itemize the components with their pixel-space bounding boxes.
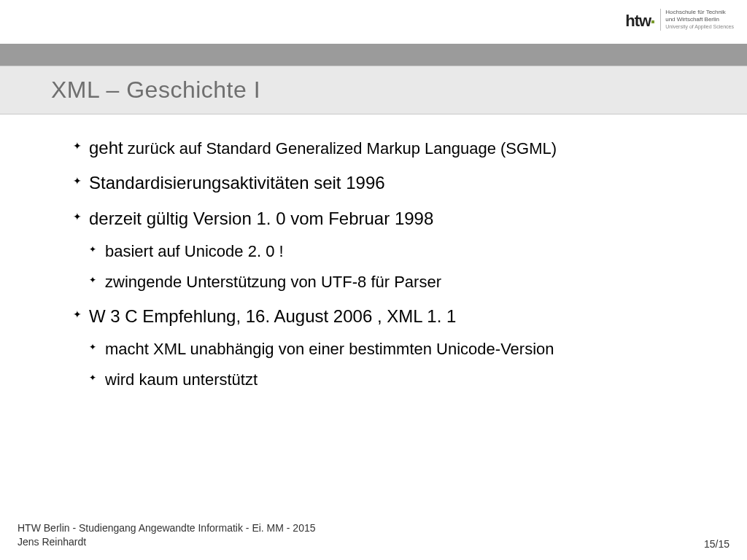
header-area: htw Hochschule für Technik und Wirtschaf… [0, 0, 747, 44]
sub-bullet-text: wird kaum unterstützt [105, 370, 258, 389]
bullet-text: W 3 C Empfehlung, 16. August 2006 , XML … [89, 306, 456, 326]
sub-bullet-item: zwingende Unterstützung von UTF-8 für Pa… [89, 271, 725, 293]
bullet-item: geht zurück auf Standard Generalized Mar… [73, 136, 725, 160]
bullet-text-lead: geht [89, 138, 123, 158]
logo-dot-icon [651, 20, 654, 23]
logo-block: htw Hochschule für Technik und Wirtschaf… [625, 9, 734, 31]
sub-bullet-item: wird kaum unterstützt [89, 369, 725, 391]
logo-line2: und Wirtschaft Berlin [665, 16, 734, 23]
bullet-item: W 3 C Empfehlung, 16. August 2006 , XML … [73, 305, 725, 391]
bullet-text: derzeit gültig Version 1. 0 vom Februar … [89, 209, 433, 228]
bullet-text-tail: zurück auf Standard Generalized Markup L… [123, 139, 557, 158]
logo-text: Hochschule für Technik und Wirtschaft Be… [660, 9, 734, 31]
title-band: XML – Geschichte I [0, 66, 747, 114]
sub-bullet-list: basiert auf Unicode 2. 0 ! zwingende Unt… [89, 241, 725, 292]
bullet-item: Standardisierungsaktivitäten seit 1996 [73, 171, 725, 195]
sub-bullet-text: zwingende Unterstützung von UTF-8 für Pa… [105, 273, 441, 291]
slide-title: XML – Geschichte I [51, 77, 747, 104]
page-number: 15/15 [704, 538, 729, 550]
slide: htw Hochschule für Technik und Wirtschaf… [0, 0, 747, 560]
bullet-item: derzeit gültig Version 1. 0 vom Februar … [73, 207, 725, 293]
logo-mark: htw [625, 12, 654, 31]
sub-bullet-list: macht XML unabhängig von einer bestimmte… [89, 338, 725, 390]
sub-bullet-item: basiert auf Unicode 2. 0 ! [89, 241, 725, 262]
sub-bullet-item: macht XML unabhängig von einer bestimmte… [89, 338, 725, 360]
logo-line1: Hochschule für Technik [665, 9, 734, 16]
bullet-text: Standardisierungsaktivitäten seit 1996 [89, 173, 385, 192]
content-area: geht zurück auf Standard Generalized Mar… [0, 114, 747, 390]
decorative-bar [0, 44, 747, 66]
footer-line2: Jens Reinhardt [18, 535, 316, 550]
logo-subline: University of Applied Sciences [665, 24, 734, 30]
bullet-list: geht zurück auf Standard Generalized Mar… [73, 136, 725, 390]
sub-bullet-text: macht XML unabhängig von einer bestimmte… [105, 340, 554, 358]
sub-bullet-text: basiert auf Unicode 2. 0 ! [105, 242, 284, 260]
footer: HTW Berlin - Studiengang Angewandte Info… [0, 521, 747, 550]
footer-left: HTW Berlin - Studiengang Angewandte Info… [18, 521, 316, 550]
footer-line1: HTW Berlin - Studiengang Angewandte Info… [18, 521, 316, 536]
